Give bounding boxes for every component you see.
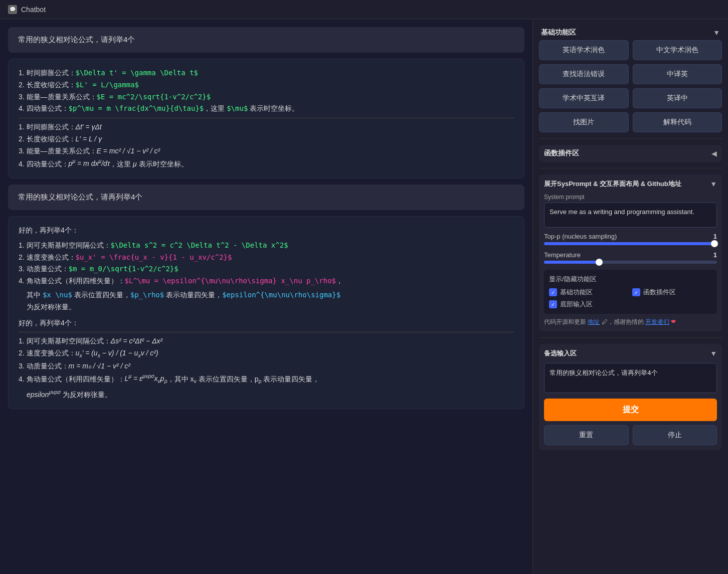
top-p-fill [544, 242, 717, 245]
temperature-thumb [596, 259, 603, 266]
app-title: Chatbot [21, 6, 46, 14]
btn-explain-code[interactable]: 解释代码 [633, 112, 722, 132]
top-p-thumb [711, 240, 718, 247]
footer-link[interactable]: 地址 [588, 318, 600, 325]
cb-functions: ✓ 函数插件区 [632, 288, 712, 297]
user-message-1-text: 常用的狭义相对论公式，请列举4个 [18, 35, 135, 44]
assistant-message-2: 好的，再列举4个： 1. 闵可夫斯基时空间隔公式：$\Delta s^2 = c… [8, 216, 524, 409]
cb-bottom-box[interactable]: ✓ [549, 300, 557, 308]
submit-button[interactable]: 提交 [544, 399, 717, 421]
temperature-label: Temperature [544, 251, 581, 259]
bottom-btns: 重置 停止 [544, 425, 717, 445]
temperature-row: Temperature 1 [544, 251, 717, 259]
reset-button[interactable]: 重置 [544, 425, 629, 445]
footer-contributors[interactable]: 开发者们 [645, 318, 669, 325]
cb-basic-box[interactable]: ✓ [549, 288, 557, 296]
top-p-label: Top-p (nucleus sampling) [544, 233, 617, 240]
temperature-fill [544, 261, 599, 264]
basic-functions-section: 基础功能区 ▼ 英语学术润色 中文学术润色 查找语法错误 中译英 学术中英互译 … [539, 25, 722, 132]
system-prompt-text: Serve me as a writing and programming as… [550, 208, 694, 216]
footer-suffix: 🖊，感谢热情的 [602, 318, 644, 325]
right-sidebar: 基础功能区 ▼ 英语学术润色 中文学术润色 查找语法错误 中译英 学术中英互译 … [532, 19, 728, 574]
alt-input-header: 备选输入区 ▼ [544, 349, 717, 358]
system-prompt-label: System prompt [544, 194, 717, 201]
alt-input-arrow[interactable]: ▼ [710, 349, 717, 357]
footer-prefix: 代码开源和更新 [544, 318, 586, 325]
alt-input-textarea[interactable]: 常用的狭义相对论公式，请再列举4个 [544, 363, 717, 393]
chatbot-icon: 💬 [8, 5, 17, 14]
temperature-slider[interactable] [544, 261, 717, 264]
btn-academic-translate[interactable]: 学术中英互译 [539, 88, 629, 108]
top-bar: 💬 Chatbot [0, 0, 728, 19]
top-p-row: Top-p (nucleus sampling) 1 [544, 233, 717, 240]
visibility-section: 显示/隐藏功能区 ✓ 基础功能区 ✓ 函数插件区 ✓ 底部输入区 [544, 270, 717, 314]
chat-panel: 常用的狭义相对论公式，请列举4个 1. 时间膨胀公式：$\Delta t' = … [0, 19, 532, 574]
separator-2 [19, 332, 514, 332]
btn-cn-to-en[interactable]: 中译英 [633, 64, 722, 84]
top-p-slider[interactable] [544, 242, 717, 245]
divider-3 [539, 337, 722, 338]
user-message-2: 常用的狭义相对论公式，请再列举4个 [8, 184, 524, 210]
functions-section: 函数插件区 ◀ [539, 145, 722, 162]
cb-bottom-label: 底部输入区 [560, 300, 593, 309]
btn-en-to-cn[interactable]: 英译中 [633, 88, 722, 108]
user-message-2-text: 常用的狭义相对论公式，请再列举4个 [18, 193, 142, 201]
basic-section-arrow[interactable]: ▼ [713, 29, 720, 37]
btn-english-polish[interactable]: 英语学术润色 [539, 40, 629, 60]
system-prompt-box[interactable]: Serve me as a writing and programming as… [544, 203, 717, 228]
visibility-title: 显示/隐藏功能区 [549, 275, 712, 284]
cb-bottom: ✓ 底部输入区 [549, 300, 629, 309]
separator-1 [19, 118, 514, 118]
formula-list-rendered: 1. 时间膨胀公式：Δt′ = γΔt 2. 长度收缩公式：L′ = L / γ… [19, 121, 514, 170]
basic-section-title: 基础功能区 [541, 28, 576, 37]
user-message-1: 常用的狭义相对论公式，请列举4个 [8, 27, 524, 53]
checkbox-grid: ✓ 基础功能区 ✓ 函数插件区 ✓ 底部输入区 [549, 288, 712, 309]
basic-btn-grid: 英语学术润色 中文学术润色 查找语法错误 中译英 学术中英互译 英译中 找图片 … [539, 40, 722, 132]
temperature-value: 1 [713, 251, 717, 259]
formula-list-raw: 1. 时间膨胀公式：$\Delta t' = \gamma \Delta t$ … [19, 67, 514, 115]
basic-section-header: 基础功能区 ▼ [539, 25, 722, 40]
btn-chinese-polish[interactable]: 中文学术润色 [633, 40, 722, 60]
cb-functions-box[interactable]: ✓ [632, 288, 640, 296]
formula-list2-raw: 1. 闵可夫斯基时空间隔公式：$\Delta s^2 = c^2 \Delta … [19, 240, 514, 313]
expand-section-title: 展开SysPrompt & 交互界面布局 & Github地址 [544, 179, 681, 188]
main-layout: 常用的狭义相对论公式，请列举4个 1. 时间膨胀公式：$\Delta t' = … [0, 19, 728, 574]
assistant-message-1: 1. 时间膨胀公式：$\Delta t' = \gamma \Delta t$ … [8, 59, 524, 178]
top-p-value: 1 [713, 233, 717, 240]
heart-icon: ❤ [671, 318, 676, 325]
alt-input-section: 备选输入区 ▼ 常用的狭义相对论公式，请再列举4个 提交 重置 停止 [539, 344, 722, 450]
stop-button[interactable]: 停止 [633, 425, 717, 445]
btn-grammar-check[interactable]: 查找语法错误 [539, 64, 629, 84]
divider-2 [539, 168, 722, 168]
cb-basic-label: 基础功能区 [560, 288, 593, 297]
cb-functions-label: 函数插件区 [643, 288, 676, 297]
formula-list2-rendered: 1. 闵可夫斯基时空间隔公式：Δs² = c²Δt² − Δx² 2. 速度变换… [19, 335, 514, 401]
footer-note: 代码开源和更新 地址 🖊，感谢热情的 开发者们 ❤ [544, 318, 717, 326]
divider-1 [539, 138, 722, 139]
expand-arrow[interactable]: ▼ [710, 180, 717, 188]
functions-title: 函数插件区 [544, 149, 579, 158]
functions-arrow[interactable]: ◀ [711, 149, 717, 157]
cb-basic: ✓ 基础功能区 [549, 288, 629, 297]
alt-input-title: 备选输入区 [544, 349, 577, 358]
expand-section: 展开SysPrompt & 交互界面布局 & Github地址 ▼ System… [539, 174, 722, 331]
expand-section-header: 展开SysPrompt & 交互界面布局 & Github地址 ▼ [544, 179, 717, 188]
btn-find-image[interactable]: 找图片 [539, 112, 629, 132]
